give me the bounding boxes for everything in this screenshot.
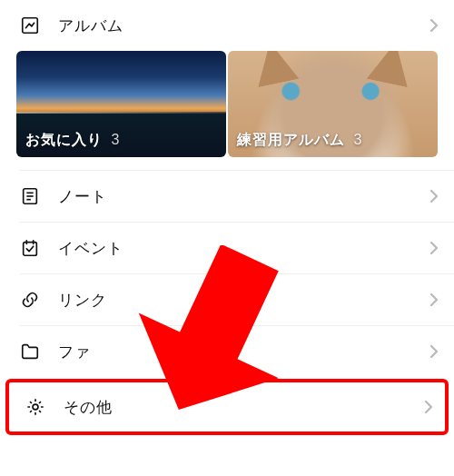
album-thumb-caption: お気に入り 3 (25, 131, 120, 150)
album-thumbnails: お気に入り 3 練習用アルバム 3 (0, 51, 454, 157)
album-thumb-caption: 練習用アルバム 3 (237, 131, 362, 150)
menu-label-other: その他 (64, 397, 113, 418)
folder-icon (20, 342, 40, 362)
menu-label-file: ファ (58, 342, 91, 362)
album-icon (20, 15, 40, 35)
album-count: 3 (111, 132, 120, 147)
menu-label-album: アルバム (58, 15, 123, 36)
gear-icon (25, 397, 45, 417)
menu-label-event: イベント (58, 238, 123, 259)
menu-item-other[interactable]: その他 (9, 382, 445, 431)
event-icon (20, 238, 40, 258)
album-title: お気に入り (25, 132, 103, 147)
link-icon (20, 290, 40, 310)
album-thumb-favorites[interactable]: お気に入り 3 (16, 51, 226, 157)
chevron-right-icon (429, 292, 439, 308)
highlight-box: その他 (5, 379, 449, 435)
album-thumb-practice[interactable]: 練習用アルバム 3 (228, 51, 438, 157)
note-icon (20, 186, 40, 206)
album-count: 3 (353, 132, 362, 147)
menu-item-event[interactable]: イベント (0, 223, 454, 273)
menu-item-note[interactable]: ノート (0, 171, 454, 222)
svg-point-8 (33, 404, 38, 410)
album-title: 練習用アルバム (237, 132, 345, 147)
chevron-right-icon (429, 17, 439, 34)
svg-rect-5 (24, 243, 37, 256)
menu-item-file[interactable]: ファ (0, 326, 454, 377)
chevron-right-icon (429, 188, 439, 204)
chevron-right-icon (429, 343, 439, 360)
chevron-right-icon (429, 240, 439, 256)
menu-item-album[interactable]: アルバム (0, 0, 454, 51)
menu-item-link[interactable]: リンク (0, 274, 454, 325)
menu-label-note: ノート (58, 186, 107, 207)
chevron-right-icon (423, 399, 434, 415)
menu-label-link: リンク (58, 290, 107, 311)
